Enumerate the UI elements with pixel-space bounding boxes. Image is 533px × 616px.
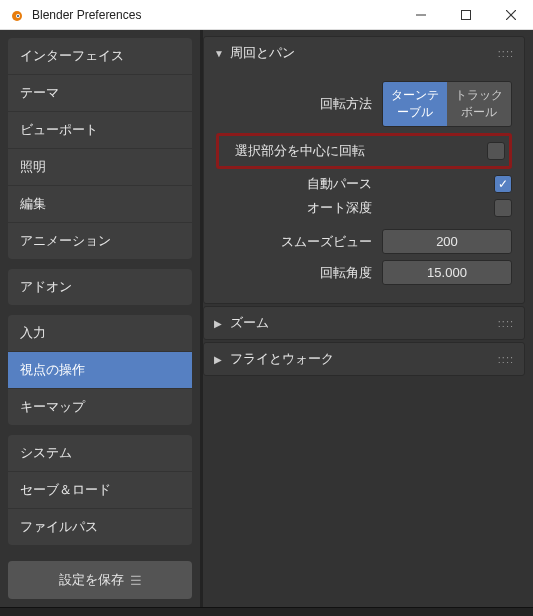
rotation-angle-label: 回転角度 [216,264,382,282]
sidebar-item[interactable]: ビューポート [8,112,192,149]
auto-perspective-label: 自動パース [216,175,382,193]
sidebar-item[interactable]: 編集 [8,186,192,223]
panel-zoom: ▶ ズーム :::: [203,306,525,340]
panel-orbit-and-pan: ▼ 周回とパン :::: 回転方法 ターンテーブル トラックボール [203,36,525,304]
rotation-method-option-0[interactable]: ターンテーブル [383,82,447,126]
disclosure-down-icon: ▼ [214,48,224,59]
main-panel: ▼ 周回とパン :::: 回転方法 ターンテーブル トラックボール [203,30,533,607]
disclosure-right-icon: ▶ [214,354,224,365]
rotation-method-toggle[interactable]: ターンテーブル トラックボール [382,81,512,127]
minimize-button[interactable] [398,0,443,29]
maximize-button[interactable] [443,0,488,29]
close-button[interactable] [488,0,533,29]
sidebar-item[interactable]: テーマ [8,75,192,112]
smooth-view-label: スムーズビュー [216,233,382,251]
menu-indicator-icon: ☰ [130,573,142,588]
panel-title: ズーム [230,314,269,332]
bottom-bar [0,607,533,616]
sidebar-item[interactable]: アドオン [8,269,192,305]
rotation-method-label: 回転方法 [216,95,382,113]
sidebar-item[interactable]: セーブ＆ロード [8,472,192,509]
panel-title: 周回とパン [230,44,295,62]
save-preferences-label: 設定を保存 [59,571,124,589]
highlighted-setting: 選択部分を中心に回転 [216,133,512,169]
blender-logo-icon [8,7,24,23]
panel-header-orbit[interactable]: ▼ 周回とパン :::: [204,37,524,69]
panel-header-fly[interactable]: ▶ フライとウォーク :::: [204,343,524,375]
svg-point-2 [17,14,19,16]
smooth-view-field[interactable]: 200 [382,229,512,254]
sidebar-item[interactable]: 照明 [8,149,192,186]
sidebar-item[interactable]: アニメーション [8,223,192,259]
window-title: Blender Preferences [32,8,398,22]
svg-rect-4 [461,10,470,19]
sidebar-item[interactable]: キーマップ [8,389,192,425]
auto-depth-checkbox[interactable] [494,199,512,217]
titlebar: Blender Preferences [0,0,533,30]
sidebar-item[interactable]: インターフェイス [8,38,192,75]
grip-icon: :::: [498,317,514,329]
disclosure-right-icon: ▶ [214,318,224,329]
workspace: インターフェイステーマビューポート照明編集アニメーションアドオン入力視点の操作キ… [0,30,533,607]
save-preferences-button[interactable]: 設定を保存 ☰ [8,561,192,599]
rotation-method-option-1[interactable]: トラックボール [447,82,511,126]
panel-title: フライとウォーク [230,350,334,368]
panel-fly-walk: ▶ フライとウォーク :::: [203,342,525,376]
sidebar-item[interactable]: 入力 [8,315,192,352]
grip-icon: :::: [498,353,514,365]
rotate-around-selection-label: 選択部分を中心に回転 [223,142,375,160]
sidebar-item[interactable]: ファイルパス [8,509,192,545]
auto-perspective-checkbox[interactable]: ✓ [494,175,512,193]
sidebar-item[interactable]: 視点の操作 [8,352,192,389]
sidebar-item[interactable]: システム [8,435,192,472]
rotation-angle-field[interactable]: 15.000 [382,260,512,285]
sidebar: インターフェイステーマビューポート照明編集アニメーションアドオン入力視点の操作キ… [0,30,200,607]
grip-icon: :::: [498,47,514,59]
rotate-around-selection-checkbox[interactable] [487,142,505,160]
panel-header-zoom[interactable]: ▶ ズーム :::: [204,307,524,339]
auto-depth-label: オート深度 [216,199,382,217]
